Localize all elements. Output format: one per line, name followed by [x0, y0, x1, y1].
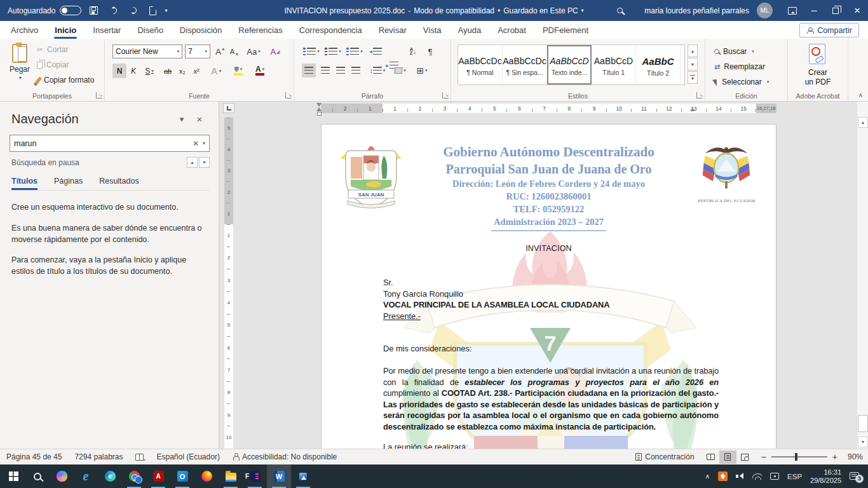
body-paragraph[interactable]: Por medio del presente tengo a bien exte… — [383, 365, 719, 433]
taskbar-outlook[interactable]: O — [170, 464, 194, 488]
autosave-toggle[interactable] — [60, 6, 81, 15]
tray-overflow-chevron-icon[interactable]: ∧ — [705, 473, 710, 480]
select-button[interactable]: Seleccionar▾ — [714, 76, 769, 88]
multilevel-list-button[interactable]: ▾ — [345, 44, 364, 58]
navigation-pane-close-button[interactable]: × — [191, 114, 208, 125]
search-button[interactable] — [609, 0, 630, 21]
font-family-select[interactable]: Courier New▾ — [112, 44, 182, 58]
font-color-button[interactable]: A▾ — [251, 64, 269, 78]
shading-button[interactable]: ▾ — [391, 64, 410, 78]
avatar[interactable]: ML — [757, 3, 773, 18]
taskbar-word[interactable]: W — [267, 464, 291, 488]
clear-search-icon[interactable]: ✕ — [193, 139, 199, 148]
find-button[interactable]: Buscar▾ — [714, 45, 754, 58]
italic-button[interactable]: K — [128, 64, 139, 78]
style-normal[interactable]: AaBbCcDc ¶ Normal — [458, 45, 503, 85]
account-name[interactable]: maria lourdes peñafiel parrales — [644, 6, 749, 15]
taskbar-chrome[interactable] — [122, 464, 146, 488]
tab-revisar[interactable]: Revisar — [370, 21, 415, 39]
close-button[interactable]: × — [846, 0, 868, 21]
notifications-button[interactable]: 3 — [850, 472, 860, 481]
left-indent-marker[interactable] — [317, 112, 322, 116]
styles-scroll-up-button[interactable]: ▲ — [688, 44, 698, 57]
superscript-button[interactable]: x² — [190, 64, 203, 78]
taskbar-edge[interactable]: e — [98, 464, 122, 488]
tab-disposicion[interactable]: Disposición — [172, 21, 230, 39]
saved-location-label[interactable]: Guardado en Este PC — [503, 6, 578, 15]
save-button[interactable] — [86, 3, 101, 18]
salutation[interactable]: De mis consideraciones: — [383, 344, 471, 353]
page-indicator[interactable]: Página 45 de 45 — [6, 452, 62, 461]
align-center-button[interactable] — [318, 64, 332, 78]
styles-scroll-down-button[interactable]: ▼ — [688, 58, 698, 71]
zoom-slider[interactable] — [771, 456, 827, 458]
strikethrough-button[interactable]: ab — [161, 64, 175, 78]
scrollbar-thumb[interactable] — [858, 415, 868, 432]
minimize-button[interactable]: ─ — [803, 0, 825, 21]
taskbar-start-button[interactable] — [1, 464, 25, 488]
grow-font-button[interactable]: A▲ — [214, 44, 227, 58]
bold-button[interactable]: N — [112, 64, 126, 78]
restore-button[interactable] — [825, 0, 846, 21]
copy-button[interactable]: Copiar — [37, 59, 94, 71]
nav-tab-resultados[interactable]: Resultados — [99, 177, 139, 190]
taskbar-firefox[interactable] — [194, 464, 219, 488]
zoom-slider-thumb[interactable] — [795, 453, 797, 461]
proofing-status[interactable] — [135, 454, 144, 461]
keyboard-language[interactable]: ESP — [787, 473, 802, 480]
addressee-line[interactable]: VOCAL PRINCIPAL DE LA ASAMBLEA LOCAL CIU… — [383, 299, 609, 311]
dialog-launcher-icon[interactable]: ↘ — [442, 92, 449, 98]
previous-result-button[interactable]: ▲ — [187, 157, 198, 168]
paste-button[interactable]: Pegar ▼ — [5, 44, 34, 92]
zoom-in-button[interactable]: + — [832, 452, 837, 462]
taskbar-search-button[interactable] — [25, 464, 50, 488]
align-left-button[interactable] — [302, 64, 316, 78]
body-paragraph[interactable]: La reunión se realizará: — [383, 442, 468, 449]
shrink-font-button[interactable]: A▼ — [228, 44, 241, 58]
replace-button[interactable]: ⇄Reemplazar — [714, 60, 765, 73]
volume-icon[interactable] — [736, 473, 744, 480]
navigation-pane-options-button[interactable]: ▾ — [173, 114, 191, 124]
zoom-level[interactable]: 90% — [843, 452, 863, 461]
style-titulo-1[interactable]: AaBbCcD Título 1 — [592, 45, 636, 85]
tab-archivo[interactable]: Archivo — [3, 21, 46, 39]
numbering-button[interactable]: ▾ — [323, 44, 342, 58]
scroll-down-button[interactable]: ▼ — [858, 437, 868, 447]
highlight-color-button[interactable]: ▾ — [229, 64, 247, 78]
tab-ayuda[interactable]: Ayuda — [449, 21, 489, 39]
tab-referencias[interactable]: Referencias — [230, 21, 290, 39]
dialog-launcher-icon[interactable]: ↘ — [696, 92, 703, 98]
taskbar-photos[interactable] — [291, 464, 315, 488]
justify-button[interactable] — [349, 64, 363, 78]
navigation-search-input[interactable] — [14, 139, 189, 148]
new-document-button[interactable] — [145, 3, 160, 18]
redo-button[interactable] — [125, 3, 140, 18]
share-button[interactable]: Compartir — [799, 23, 859, 37]
dialog-launcher-icon[interactable]: ↘ — [285, 92, 292, 98]
qat-customize-button[interactable]: ▾ — [165, 8, 167, 13]
tab-selector-button[interactable] — [223, 103, 234, 113]
subscript-button[interactable]: x₂ — [176, 64, 189, 78]
style-texto-independiente[interactable]: AaBbCcD Texto inde... — [547, 45, 592, 85]
web-layout-button[interactable] — [736, 451, 754, 464]
addressee-line[interactable]: Presente.- — [383, 311, 609, 322]
undo-button[interactable] — [105, 3, 121, 18]
tab-vista[interactable]: Vista — [415, 21, 450, 39]
addressee-block[interactable]: Sr.Tony García RonquilloVOCAL PRINCIPAL … — [383, 277, 609, 322]
addressee-line[interactable]: Tony García Ronquillo — [383, 288, 609, 300]
hanging-indent-marker[interactable] — [316, 107, 322, 111]
taskbar-file-explorer[interactable] — [219, 464, 243, 488]
collapse-ribbon-button[interactable]: ∧ — [858, 92, 863, 98]
language-indicator[interactable]: Español (Ecuador) — [156, 452, 219, 461]
document-page[interactable]: 7 SAN JUAN — [321, 124, 776, 449]
scroll-up-button[interactable]: ▲ — [858, 117, 868, 128]
addressee-line[interactable]: Sr. — [383, 277, 609, 288]
clock[interactable]: 16:31 29/8/2025 — [810, 468, 841, 485]
zoom-out-button[interactable]: − — [761, 452, 766, 462]
sort-button[interactable]: AZ↓ — [405, 44, 421, 58]
styles-more-button[interactable]: ▼ — [688, 71, 698, 84]
tab-diseno[interactable]: Diseño — [129, 21, 171, 39]
tab-correspondencia[interactable]: Correspondencia — [291, 21, 370, 39]
change-case-button[interactable]: Aa▾ — [245, 44, 262, 58]
style-titulo-2[interactable]: AaBbC Título 2 — [636, 45, 681, 85]
